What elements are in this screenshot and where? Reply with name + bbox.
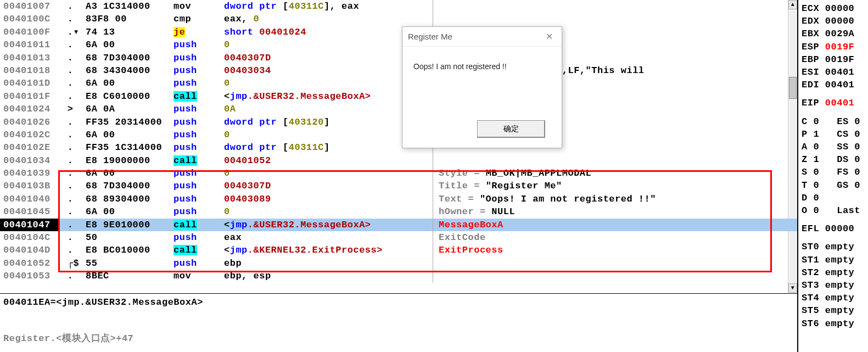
bytes-cell: 68 7D304000 bbox=[86, 52, 173, 64]
address-cell: 00401039 bbox=[0, 167, 59, 180]
flag-line: C 0 ES 0 bbox=[802, 115, 868, 128]
marker-cell: . bbox=[59, 128, 86, 141]
address-cell: 0040104D bbox=[0, 244, 59, 256]
disasm-row[interactable]: 0040101D .6A 00push0 bbox=[0, 77, 797, 90]
mnemonic-cell: je bbox=[173, 26, 224, 38]
address-cell: 00401040 bbox=[0, 193, 59, 205]
disasm-row[interactable]: 00401053 .8BECmovebp, esp bbox=[0, 270, 797, 282]
bytes-cell: E8 19000000 bbox=[86, 154, 173, 167]
marker-cell: . bbox=[59, 231, 86, 244]
mnemonic-cell: call bbox=[173, 244, 224, 256]
mnemonic-cell: cmp bbox=[173, 13, 224, 25]
comment-cell: ExitCode bbox=[433, 231, 797, 244]
comment-cell: ExitProcess bbox=[433, 244, 797, 256]
operands-cell: 0040307D bbox=[224, 180, 433, 192]
registers-pane: ECX 00000EDX 00000EBX 0029AESP 0019FEBP … bbox=[798, 0, 868, 352]
flag-line: S 0 FS 0 bbox=[802, 166, 868, 178]
disasm-row[interactable]: 0040100F .▾74 13jeshort 00401024 bbox=[0, 26, 797, 38]
disasm-row[interactable]: 0040101F .E8 C6010000call<jmp.&USER32.Me… bbox=[0, 90, 797, 103]
address-cell: 0040103B bbox=[0, 180, 59, 192]
disasm-row[interactable]: 00401024 >6A 0Apush0A bbox=[0, 103, 797, 115]
disasm-row[interactable]: 0040103B .68 7D304000push0040307DTitle =… bbox=[0, 180, 797, 192]
operands-cell: <jmp.&USER32.MessageBoxA> bbox=[224, 219, 433, 231]
operands-cell: 0A bbox=[224, 103, 433, 115]
address-cell: 00401026 bbox=[0, 116, 59, 128]
disasm-row[interactable]: 00401052 ┌$55pushebp bbox=[0, 257, 797, 270]
register-line: EBX 0029A bbox=[802, 27, 868, 40]
disasm-row[interactable]: 0040100C .83F8 00cmpeax, 0 bbox=[0, 13, 797, 25]
marker-cell: . bbox=[59, 77, 86, 90]
address-cell: 0040101D bbox=[0, 77, 59, 90]
bytes-cell: 50 bbox=[86, 231, 173, 244]
marker-cell: . bbox=[59, 270, 86, 282]
bytes-cell: 68 7D304000 bbox=[86, 180, 173, 192]
disasm-row[interactable]: 00401026 .FF35 20314000pushdword ptr [40… bbox=[0, 116, 797, 128]
ok-button[interactable]: 确定 bbox=[477, 120, 545, 138]
address-cell: 00401034 bbox=[0, 154, 59, 167]
mnemonic-cell: push bbox=[173, 193, 224, 205]
mnemonic-cell: push bbox=[173, 205, 224, 218]
disasm-row[interactable]: 0040104D .E8 BC010000call<jmp.&KERNEL32.… bbox=[0, 244, 797, 256]
marker-cell: . bbox=[59, 154, 86, 167]
disasm-row[interactable]: 00401034 .E8 19000000call00401052 bbox=[0, 154, 797, 167]
dialog-button-bar: 确定 bbox=[477, 120, 545, 138]
disasm-row[interactable]: 00401045 .6A 00push0hOwner = NULL bbox=[0, 205, 797, 218]
address-cell: 0040104C bbox=[0, 231, 59, 244]
disassembly-pane: 00401007 .A3 1C314000movdword ptr [40311… bbox=[0, 0, 798, 352]
operands-cell: ebp bbox=[224, 257, 433, 270]
disasm-row[interactable]: 0040104C .50pusheaxExitCode bbox=[0, 231, 797, 244]
address-cell: 00401011 bbox=[0, 38, 59, 51]
address-cell: 0040100F bbox=[0, 26, 59, 38]
disasm-row[interactable]: 00401039 .6A 00push0Style = MB_OK|MB_APP… bbox=[0, 167, 797, 180]
flag-line: D 0 bbox=[802, 192, 868, 204]
scroll-down-icon[interactable]: ▼ bbox=[788, 283, 797, 293]
disasm-row[interactable]: 0040102C .6A 00push0 bbox=[0, 128, 797, 141]
bytes-cell: E8 BC010000 bbox=[86, 244, 173, 256]
disasm-row[interactable]: 00401047 .E8 9E010000call<jmp.&USER32.Me… bbox=[0, 219, 797, 231]
status-area: 004011EA=<jmp.&USER32.MessageBoxA> Regis… bbox=[0, 294, 797, 352]
bytes-cell: 6A 00 bbox=[86, 128, 173, 141]
address-cell: 00401024 bbox=[0, 103, 59, 115]
mnemonic-cell: push bbox=[173, 77, 224, 90]
bytes-cell: FF35 1C314000 bbox=[86, 141, 173, 154]
fpu-register-line: ST4 empty bbox=[802, 292, 868, 304]
marker-cell: . bbox=[59, 205, 86, 218]
register-line: ECX 00000 bbox=[802, 2, 868, 15]
dialog-titlebar[interactable]: Register Me ✕ bbox=[402, 27, 562, 47]
disasm-row[interactable]: 00401018 .68 34304000push00403034 nags t… bbox=[0, 64, 797, 77]
operands-cell: eax, 0 bbox=[224, 13, 433, 25]
disasm-row[interactable]: 00401011 .6A 00push0APPLMODAL bbox=[0, 38, 797, 51]
address-cell: 0040101F bbox=[0, 90, 59, 103]
bytes-cell: 6A 00 bbox=[86, 77, 173, 90]
bytes-cell: 8BEC bbox=[86, 270, 173, 282]
fpu-register-line: ST5 empty bbox=[802, 304, 868, 317]
register-line: EBP 0019F bbox=[802, 53, 868, 66]
disasm-row[interactable]: 00401007 .A3 1C314000movdword ptr [40311… bbox=[0, 0, 797, 13]
fpu-register-line: ST1 empty bbox=[802, 254, 868, 266]
marker-cell: . bbox=[59, 0, 86, 13]
register-line: ESP 0019F bbox=[802, 41, 868, 53]
bytes-cell: 68 34304000 bbox=[86, 64, 173, 77]
dialog-body: Oops! I am not registered !! bbox=[402, 47, 562, 86]
status-line-1: 004011EA=<jmp.&USER32.MessageBoxA> bbox=[3, 296, 794, 309]
disasm-row[interactable]: 00401013 .68 7D304000push0040307DMe" bbox=[0, 52, 797, 64]
register-line: EDI 00401 bbox=[802, 79, 868, 91]
flag-line: Z 1 DS 0 bbox=[802, 153, 868, 166]
disassembly-table[interactable]: 00401007 .A3 1C314000movdword ptr [40311… bbox=[0, 0, 797, 294]
marker-cell: .▾ bbox=[59, 26, 86, 38]
mnemonic-cell: push bbox=[173, 38, 224, 51]
close-icon[interactable]: ✕ bbox=[542, 31, 556, 42]
register-line: EIP 00401 bbox=[802, 97, 868, 109]
address-cell: 00401053 bbox=[0, 270, 59, 282]
disasm-row[interactable]: 0040102E .FF35 1C314000pushdword ptr [40… bbox=[0, 141, 797, 154]
comment-cell: Style = MB_OK|MB_APPLMODAL bbox=[433, 167, 797, 180]
bytes-cell: 83F8 00 bbox=[86, 13, 173, 25]
marker-cell: . bbox=[59, 116, 86, 128]
mnemonic-cell: push bbox=[173, 116, 224, 128]
comment-cell bbox=[433, 0, 797, 13]
marker-cell: . bbox=[59, 193, 86, 205]
disasm-row[interactable]: 00401040 .68 89304000push00403089Text = … bbox=[0, 193, 797, 205]
address-cell: 0040100C bbox=[0, 13, 59, 25]
marker-cell: . bbox=[59, 13, 86, 25]
marker-cell: ┌$ bbox=[59, 257, 86, 270]
